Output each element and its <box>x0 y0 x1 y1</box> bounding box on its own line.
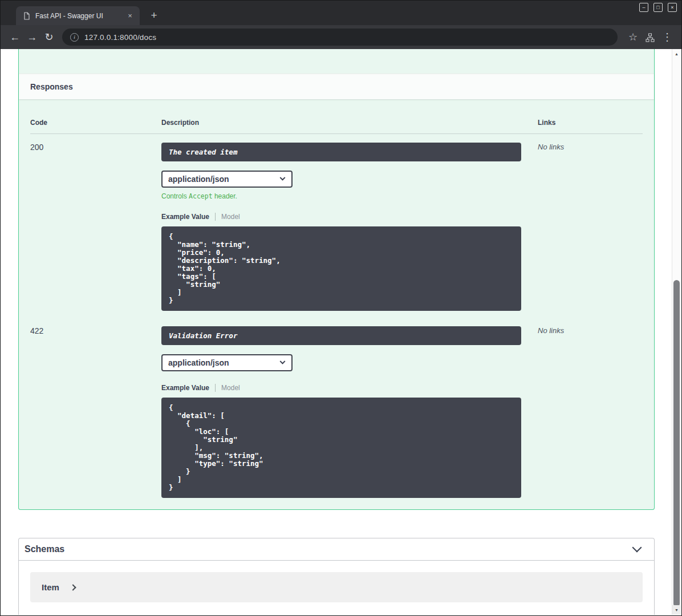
scroll-down-icon[interactable]: ▼ <box>672 605 681 615</box>
opblock-spacer <box>19 49 654 74</box>
tab-divider <box>215 213 216 221</box>
tab-title: Fast API - Swagger UI <box>35 12 125 20</box>
browser-window: Fast API - Swagger UI × + – □ × ← → ↻ i … <box>0 0 682 616</box>
collapse-chevron-icon[interactable] <box>632 543 642 553</box>
navigation-toolbar: ← → ↻ i 127.0.0.1:8000/docs ☆ ⋮ <box>1 25 681 49</box>
example-json-200: { "name": "string", "price": 0, "descrip… <box>161 226 521 311</box>
minimize-button[interactable]: – <box>639 3 648 12</box>
schemas-header[interactable]: Schemas <box>19 538 654 561</box>
example-json-422: { "detail": [ { "loc": [ "string" ], "ms… <box>161 398 521 498</box>
tab-example-value[interactable]: Example Value <box>161 213 209 221</box>
window-close-button[interactable]: × <box>668 3 677 12</box>
tab-divider <box>215 384 216 392</box>
page-file-icon <box>23 12 31 20</box>
response-description-text: The created item <box>161 143 521 161</box>
forward-icon[interactable]: → <box>23 29 40 46</box>
response-links-200: No links <box>538 134 643 318</box>
chevron-down-icon <box>280 358 286 364</box>
site-info-icon[interactable]: i <box>70 33 79 42</box>
schemas-body: Item ValidationError <box>19 561 654 615</box>
scroll-up-icon[interactable]: ▲ <box>672 49 681 59</box>
controls-note-suffix: header. <box>213 192 237 200</box>
responses-section-header: Responses <box>19 74 654 99</box>
column-header-links: Links <box>538 111 643 134</box>
chevron-down-icon <box>280 175 286 180</box>
responses-table: Code Description Links 200 The created i… <box>19 99 654 509</box>
column-header-code: Code <box>30 111 161 134</box>
browser-tab[interactable]: Fast API - Swagger UI × <box>16 6 140 25</box>
example-model-tabs: Example Value Model <box>161 384 538 392</box>
tab-groups-icon[interactable] <box>642 29 659 46</box>
controls-accept-note: Controls Accept header. <box>161 192 538 200</box>
page-scrollbar[interactable]: ▲ ▼ <box>672 49 681 615</box>
column-header-description: Description <box>161 111 538 134</box>
response-code-200: 200 <box>30 134 161 318</box>
media-type-value: application/json <box>168 175 229 184</box>
post-opblock-responses: Responses Code Description Links 200 The… <box>18 49 655 510</box>
scrollbar-thumb[interactable] <box>673 280 680 607</box>
controls-note-code: Accept <box>189 192 213 200</box>
media-type-select[interactable]: application/json <box>161 354 293 371</box>
response-code-422: 422 <box>30 318 161 498</box>
response-links-422: No links <box>538 318 643 498</box>
response-description-200: The created item application/json Contro… <box>161 134 538 318</box>
media-type-value: application/json <box>168 358 229 367</box>
model-label: Item <box>42 582 59 592</box>
tab-close-icon[interactable]: × <box>125 11 135 21</box>
back-icon[interactable]: ← <box>6 29 23 46</box>
address-bar[interactable]: i 127.0.0.1:8000/docs <box>62 29 618 46</box>
window-controls: – □ × <box>639 3 677 12</box>
reload-icon[interactable]: ↻ <box>40 29 58 46</box>
example-model-tabs: Example Value Model <box>161 213 538 221</box>
expand-chevron-icon <box>70 584 76 590</box>
maximize-button[interactable]: □ <box>653 3 663 12</box>
response-description-422: Validation Error application/json Exampl… <box>161 318 538 498</box>
media-type-select[interactable]: application/json <box>161 171 293 188</box>
model-item[interactable]: Item <box>30 572 643 602</box>
url-text: 127.0.0.1:8000/docs <box>84 33 156 42</box>
menu-kebab-icon[interactable]: ⋮ <box>659 29 676 46</box>
schemas-section: Schemas Item ValidationError <box>18 538 655 615</box>
new-tab-button[interactable]: + <box>147 9 161 23</box>
tab-example-value[interactable]: Example Value <box>161 384 209 392</box>
responses-title: Responses <box>30 82 643 91</box>
controls-note-prefix: Controls <box>161 192 189 200</box>
tab-model[interactable]: Model <box>221 213 240 221</box>
schemas-title: Schemas <box>25 544 64 554</box>
titlebar: Fast API - Swagger UI × + – □ × <box>1 1 681 25</box>
tab-model[interactable]: Model <box>221 384 240 392</box>
swagger-page: Responses Code Description Links 200 The… <box>1 49 672 615</box>
response-description-text: Validation Error <box>161 326 521 345</box>
bookmark-star-icon[interactable]: ☆ <box>624 29 642 46</box>
